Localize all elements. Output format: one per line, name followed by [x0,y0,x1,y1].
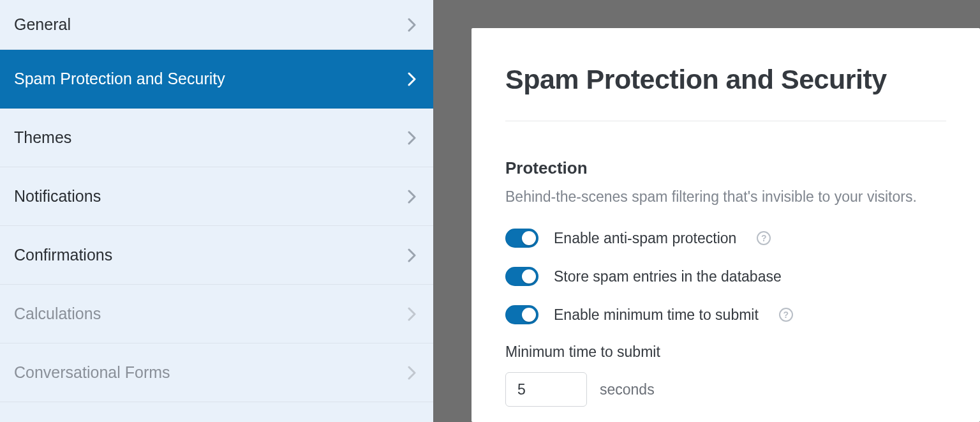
section-subtitle: Behind-the-scenes spam filtering that's … [505,187,946,207]
chevron-right-icon [408,18,417,32]
sidebar-item-label: Spam Protection and Security [14,70,225,88]
sidebar-item-label: General [14,15,71,34]
field-label: Minimum time to submit [505,343,946,361]
min-time-input[interactable] [505,372,587,407]
sidebar-item-conversational-forms[interactable]: Conversational Forms [0,343,433,402]
sidebar-item-notifications[interactable]: Notifications [0,167,433,226]
sidebar-item-label: Themes [14,128,71,147]
field-row: seconds [505,372,946,407]
help-icon[interactable]: ? [757,231,771,245]
chevron-right-icon [408,72,417,86]
unit-label: seconds [600,381,655,398]
toggle-group: Enable anti-spam protection ? Store spam… [505,229,946,324]
sidebar-item-label: Conversational Forms [14,363,170,382]
settings-sidebar: General Spam Protection and Security The… [0,0,433,422]
sidebar-item-label: Calculations [14,305,101,323]
sidebar-item-label: Notifications [14,187,101,206]
chevron-right-icon [408,131,417,145]
settings-panel: Spam Protection and Security Protection … [471,28,980,422]
sidebar-item-label: Confirmations [14,246,112,264]
divider [505,121,946,121]
toggle-knob [522,308,536,322]
toggle-row-store-spam: Store spam entries in the database [505,267,946,286]
sidebar-item-general[interactable]: General [0,0,433,50]
chevron-right-icon [408,307,417,321]
sidebar-item-spam-protection[interactable]: Spam Protection and Security [0,50,433,109]
toggle-label: Store spam entries in the database [554,268,782,285]
sidebar-item-themes[interactable]: Themes [0,109,433,167]
min-time-field: Minimum time to submit seconds [505,343,946,407]
toggle-knob [522,269,536,283]
section-title: Protection [505,158,946,178]
page-title: Spam Protection and Security [505,64,946,95]
sidebar-item-calculations[interactable]: Calculations [0,285,433,343]
chevron-right-icon [408,248,417,262]
toggle-min-time[interactable] [505,305,538,324]
toggle-knob [522,231,536,245]
toggle-store-spam[interactable] [505,267,538,286]
toggle-label: Enable minimum time to submit [554,306,759,324]
sidebar-item-confirmations[interactable]: Confirmations [0,226,433,285]
toggle-row-anti-spam: Enable anti-spam protection ? [505,229,946,248]
chevron-right-icon [408,190,417,204]
chevron-right-icon [408,366,417,380]
toggle-row-min-time: Enable minimum time to submit ? [505,305,946,324]
toggle-label: Enable anti-spam protection [554,230,736,247]
toggle-anti-spam[interactable] [505,229,538,248]
help-icon[interactable]: ? [779,308,793,322]
